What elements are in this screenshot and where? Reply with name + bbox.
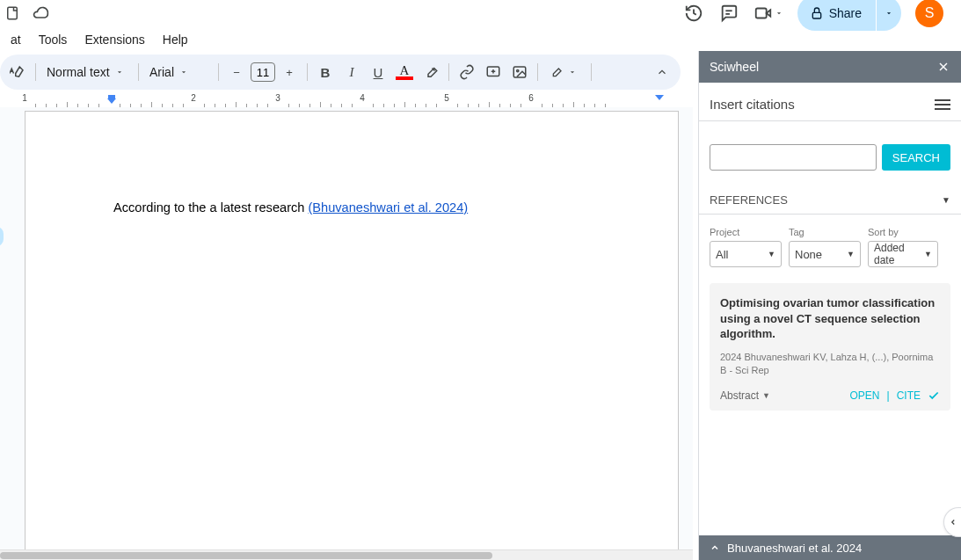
reference-meta: 2024 Bhuvaneshwari KV, Lahza H, (...), P…: [720, 351, 940, 378]
project-filter-label: Project: [710, 227, 782, 237]
svg-point-9: [517, 69, 519, 71]
document-text[interactable]: According to the a latest research (Bhuv…: [113, 200, 468, 215]
meet-button[interactable]: [754, 4, 783, 23]
share-button[interactable]: Share: [797, 0, 876, 31]
document-scroll[interactable]: According to the a latest research (Bhuv…: [0, 107, 693, 560]
insert-link-button[interactable]: [455, 60, 479, 84]
menu-tools[interactable]: Tools: [32, 29, 75, 50]
footer-chevron-icon[interactable]: [710, 542, 720, 553]
decrease-font-size[interactable]: −: [224, 60, 249, 84]
cloud-saved-icon[interactable]: [30, 3, 51, 24]
document-page[interactable]: According to the a latest research (Bhuv…: [25, 111, 679, 560]
spellcheck-button[interactable]: [5, 60, 30, 84]
underline-button[interactable]: U: [366, 60, 390, 84]
svg-rect-3: [755, 9, 766, 18]
insert-citations-label: Insert citations: [710, 97, 795, 112]
reference-card: Optimising ovarian tumor classification …: [710, 283, 950, 411]
text-color-button[interactable]: A: [392, 64, 417, 80]
open-reference-button[interactable]: OPEN: [850, 389, 880, 402]
bold-button[interactable]: B: [313, 60, 338, 84]
comment-icon[interactable]: [718, 3, 739, 24]
references-header: REFERENCES: [710, 193, 788, 207]
close-sidepanel-button[interactable]: [936, 60, 950, 74]
menu-help[interactable]: Help: [156, 29, 195, 50]
tag-filter-label: Tag: [789, 227, 861, 237]
abstract-toggle[interactable]: Abstract ▼: [720, 389, 770, 402]
avatar[interactable]: S: [915, 0, 943, 27]
doc-icon: [2, 3, 23, 24]
svg-rect-4: [812, 12, 820, 18]
sidepanel-title: Sciwheel: [710, 60, 759, 74]
share-dropdown[interactable]: [877, 0, 901, 31]
lock-icon: [810, 6, 824, 20]
italic-button[interactable]: I: [339, 60, 364, 84]
share-label: Share: [829, 6, 862, 20]
insert-image-button[interactable]: [507, 60, 532, 84]
font-dropdown[interactable]: Arial: [144, 60, 213, 84]
sort-filter-label: Sort by: [868, 227, 938, 237]
increase-font-size[interactable]: +: [277, 60, 302, 84]
menu-format[interactable]: at: [4, 29, 28, 50]
project-filter-dropdown[interactable]: All ▼: [710, 241, 782, 267]
svg-rect-0: [8, 7, 18, 19]
reference-title: Optimising ovarian tumor classification …: [720, 295, 940, 342]
indent-marker-left[interactable]: [107, 95, 116, 104]
tag-filter-dropdown[interactable]: None ▼: [789, 241, 861, 267]
citation-search-button[interactable]: SEARCH: [882, 144, 950, 171]
hide-menus-button[interactable]: [649, 59, 675, 85]
font-size-input[interactable]: [251, 62, 275, 82]
sidepanel-footer[interactable]: Bhuvaneshwari et al. 2024: [699, 535, 961, 560]
menu-extensions[interactable]: Extensions: [77, 29, 151, 50]
citation-link[interactable]: (Bhuvaneshwari et al. 2024): [308, 200, 468, 215]
cited-check-icon: [928, 389, 940, 402]
toolbar: Normal text Arial − + B I U A: [0, 55, 681, 90]
references-toggle[interactable]: ▼: [942, 195, 950, 205]
add-comment-button[interactable]: [481, 60, 506, 84]
footer-current-citation: Bhuvaneshwari et al. 2024: [727, 542, 862, 555]
history-icon[interactable]: [683, 3, 704, 24]
paragraph-style-dropdown[interactable]: Normal text: [41, 60, 133, 84]
horizontal-scrollbar[interactable]: [0, 549, 693, 560]
citation-search-input[interactable]: [710, 144, 877, 171]
sort-filter-dropdown[interactable]: Added date ▼: [868, 241, 938, 267]
highlight-button[interactable]: [419, 60, 443, 84]
sciwheel-sidepanel: Sciwheel Insert citations SEARCH REFEREN…: [698, 51, 961, 560]
cite-reference-button[interactable]: CITE: [897, 389, 921, 402]
indent-marker-right[interactable]: [655, 95, 664, 100]
sidepanel-menu-button[interactable]: [935, 99, 950, 110]
editing-mode-dropdown[interactable]: [543, 60, 586, 84]
